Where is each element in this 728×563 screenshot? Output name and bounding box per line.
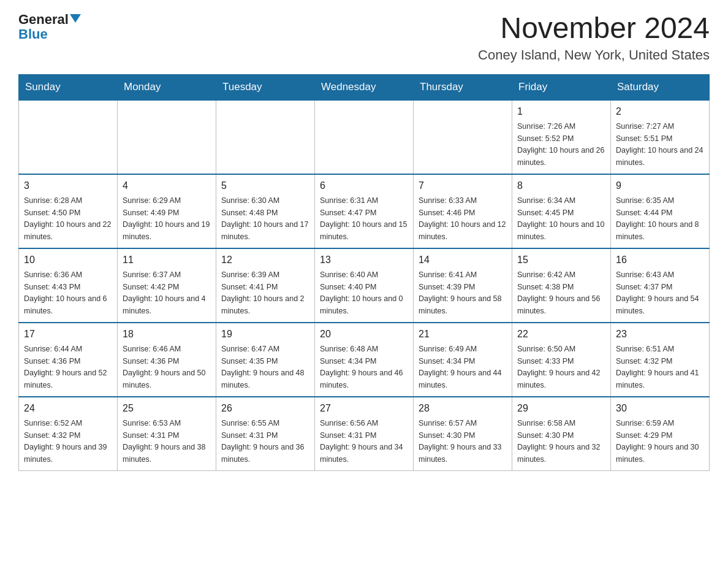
day-info: Sunrise: 6:59 AM Sunset: 4:29 PM Dayligh… [616, 419, 699, 464]
day-info: Sunrise: 7:27 AM Sunset: 5:51 PM Dayligh… [616, 122, 703, 167]
day-number: 7 [419, 178, 507, 193]
logo: General Blue [18, 12, 81, 42]
header-friday: Friday [512, 74, 611, 100]
day-info: Sunrise: 6:42 AM Sunset: 4:38 PM Dayligh… [517, 270, 601, 315]
calendar-cell: 8Sunrise: 6:34 AM Sunset: 4:45 PM Daylig… [512, 174, 611, 248]
header-sunday: Sunday [19, 74, 118, 100]
day-info: Sunrise: 6:44 AM Sunset: 4:36 PM Dayligh… [24, 345, 107, 389]
logo-general: General [18, 12, 69, 27]
calendar-cell [315, 100, 414, 174]
calendar-cell: 3Sunrise: 6:28 AM Sunset: 4:50 PM Daylig… [19, 174, 118, 248]
day-info: Sunrise: 6:29 AM Sunset: 4:49 PM Dayligh… [123, 196, 210, 241]
logo-triangle-icon [70, 14, 81, 23]
day-info: Sunrise: 6:51 AM Sunset: 4:32 PM Dayligh… [616, 345, 699, 389]
calendar-cell: 25Sunrise: 6:53 AM Sunset: 4:31 PM Dayli… [118, 397, 216, 471]
day-info: Sunrise: 6:58 AM Sunset: 4:30 PM Dayligh… [517, 419, 601, 464]
calendar-cell: 12Sunrise: 6:39 AM Sunset: 4:41 PM Dayli… [216, 248, 315, 323]
header-saturday: Saturday [611, 74, 710, 100]
calendar-cell: 7Sunrise: 6:33 AM Sunset: 4:46 PM Daylig… [414, 174, 512, 248]
header-tuesday: Tuesday [216, 74, 315, 100]
calendar-subtitle: Coney Island, New York, United States [478, 47, 710, 63]
header-wednesday: Wednesday [315, 74, 414, 100]
day-number: 6 [320, 178, 408, 193]
calendar-cell: 26Sunrise: 6:55 AM Sunset: 4:31 PM Dayli… [216, 397, 315, 471]
day-info: Sunrise: 6:30 AM Sunset: 4:48 PM Dayligh… [221, 196, 308, 241]
day-number: 27 [320, 401, 408, 416]
header-monday: Monday [118, 74, 216, 100]
page-header: General Blue November 2024 Coney Island,… [18, 12, 710, 63]
day-info: Sunrise: 6:43 AM Sunset: 4:37 PM Dayligh… [616, 270, 699, 315]
day-number: 12 [221, 253, 309, 267]
calendar-cell: 14Sunrise: 6:41 AM Sunset: 4:39 PM Dayli… [414, 248, 512, 323]
calendar-header-row: SundayMondayTuesdayWednesdayThursdayFrid… [19, 74, 710, 100]
day-info: Sunrise: 6:49 AM Sunset: 4:34 PM Dayligh… [419, 345, 502, 389]
calendar-cell [118, 100, 216, 174]
day-info: Sunrise: 6:39 AM Sunset: 4:41 PM Dayligh… [221, 270, 305, 315]
day-info: Sunrise: 6:41 AM Sunset: 4:39 PM Dayligh… [419, 270, 502, 315]
day-info: Sunrise: 6:37 AM Sunset: 4:42 PM Dayligh… [123, 270, 206, 315]
calendar-cell: 18Sunrise: 6:46 AM Sunset: 4:36 PM Dayli… [118, 323, 216, 397]
logo-blue: Blue [18, 27, 48, 42]
day-info: Sunrise: 6:36 AM Sunset: 4:43 PM Dayligh… [24, 270, 107, 315]
calendar-cell: 29Sunrise: 6:58 AM Sunset: 4:30 PM Dayli… [512, 397, 611, 471]
day-number: 8 [517, 178, 605, 193]
calendar-cell: 13Sunrise: 6:40 AM Sunset: 4:40 PM Dayli… [315, 248, 414, 323]
day-number: 15 [517, 253, 605, 267]
day-number: 19 [221, 327, 309, 342]
calendar-cell [19, 100, 118, 174]
day-number: 26 [221, 401, 309, 416]
header-thursday: Thursday [414, 74, 512, 100]
day-number: 1 [517, 104, 605, 119]
day-info: Sunrise: 6:46 AM Sunset: 4:36 PM Dayligh… [123, 345, 206, 389]
day-info: Sunrise: 6:33 AM Sunset: 4:46 PM Dayligh… [419, 196, 506, 241]
day-number: 18 [123, 327, 211, 342]
calendar-title: November 2024 [478, 12, 710, 45]
calendar-week-row: 3Sunrise: 6:28 AM Sunset: 4:50 PM Daylig… [19, 174, 710, 248]
day-info: Sunrise: 6:56 AM Sunset: 4:31 PM Dayligh… [320, 419, 403, 464]
calendar-week-row: 1Sunrise: 7:26 AM Sunset: 5:52 PM Daylig… [19, 100, 710, 174]
calendar-cell: 17Sunrise: 6:44 AM Sunset: 4:36 PM Dayli… [19, 323, 118, 397]
calendar-cell: 19Sunrise: 6:47 AM Sunset: 4:35 PM Dayli… [216, 323, 315, 397]
day-info: Sunrise: 6:50 AM Sunset: 4:33 PM Dayligh… [517, 345, 601, 389]
day-info: Sunrise: 6:35 AM Sunset: 4:44 PM Dayligh… [616, 196, 699, 241]
calendar-cell: 16Sunrise: 6:43 AM Sunset: 4:37 PM Dayli… [611, 248, 710, 323]
calendar-cell: 28Sunrise: 6:57 AM Sunset: 4:30 PM Dayli… [414, 397, 512, 471]
day-number: 2 [616, 104, 704, 119]
calendar-cell: 22Sunrise: 6:50 AM Sunset: 4:33 PM Dayli… [512, 323, 611, 397]
calendar-cell: 9Sunrise: 6:35 AM Sunset: 4:44 PM Daylig… [611, 174, 710, 248]
calendar-table: SundayMondayTuesdayWednesdayThursdayFrid… [18, 74, 710, 471]
day-number: 20 [320, 327, 408, 342]
day-info: Sunrise: 6:40 AM Sunset: 4:40 PM Dayligh… [320, 270, 403, 315]
day-number: 17 [24, 327, 112, 342]
day-number: 23 [616, 327, 704, 342]
day-number: 16 [616, 253, 704, 267]
day-number: 4 [123, 178, 211, 193]
day-info: Sunrise: 6:48 AM Sunset: 4:34 PM Dayligh… [320, 345, 403, 389]
calendar-cell [216, 100, 315, 174]
day-info: Sunrise: 6:53 AM Sunset: 4:31 PM Dayligh… [123, 419, 206, 464]
calendar-week-row: 17Sunrise: 6:44 AM Sunset: 4:36 PM Dayli… [19, 323, 710, 397]
day-info: Sunrise: 6:55 AM Sunset: 4:31 PM Dayligh… [221, 419, 305, 464]
day-info: Sunrise: 7:26 AM Sunset: 5:52 PM Dayligh… [517, 122, 604, 167]
day-number: 22 [517, 327, 605, 342]
day-number: 9 [616, 178, 704, 193]
calendar-week-row: 10Sunrise: 6:36 AM Sunset: 4:43 PM Dayli… [19, 248, 710, 323]
calendar-cell: 23Sunrise: 6:51 AM Sunset: 4:32 PM Dayli… [611, 323, 710, 397]
calendar-cell: 10Sunrise: 6:36 AM Sunset: 4:43 PM Dayli… [19, 248, 118, 323]
day-number: 3 [24, 178, 112, 193]
day-number: 21 [419, 327, 507, 342]
calendar-cell: 21Sunrise: 6:49 AM Sunset: 4:34 PM Dayli… [414, 323, 512, 397]
calendar-cell: 30Sunrise: 6:59 AM Sunset: 4:29 PM Dayli… [611, 397, 710, 471]
calendar-cell: 15Sunrise: 6:42 AM Sunset: 4:38 PM Dayli… [512, 248, 611, 323]
calendar-cell: 5Sunrise: 6:30 AM Sunset: 4:48 PM Daylig… [216, 174, 315, 248]
day-info: Sunrise: 6:52 AM Sunset: 4:32 PM Dayligh… [24, 419, 107, 464]
day-number: 11 [123, 253, 211, 267]
day-number: 24 [24, 401, 112, 416]
calendar-cell [414, 100, 512, 174]
day-number: 25 [123, 401, 211, 416]
day-info: Sunrise: 6:31 AM Sunset: 4:47 PM Dayligh… [320, 196, 407, 241]
title-block: November 2024 Coney Island, New York, Un… [478, 12, 710, 63]
calendar-week-row: 24Sunrise: 6:52 AM Sunset: 4:32 PM Dayli… [19, 397, 710, 471]
calendar-cell: 1Sunrise: 7:26 AM Sunset: 5:52 PM Daylig… [512, 100, 611, 174]
calendar-cell: 2Sunrise: 7:27 AM Sunset: 5:51 PM Daylig… [611, 100, 710, 174]
